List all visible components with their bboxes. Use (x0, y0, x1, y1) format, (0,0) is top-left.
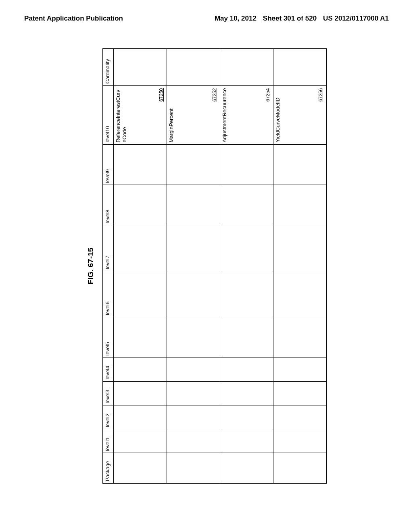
cell-level8 (220, 185, 273, 225)
cell-level3 (113, 381, 167, 405)
cell-package (167, 453, 220, 483)
cell-cardinality (220, 49, 273, 85)
table-row: AdjustmentRecuurence 67254 (220, 49, 273, 483)
cell-level7 (113, 225, 167, 271)
table-row: ReferenceInterestCurveCode 67250 (113, 49, 167, 483)
cell-package (220, 453, 273, 483)
cell-level3 (220, 381, 273, 405)
figure-label: FIG. 67-15 (86, 48, 95, 484)
cell-level6 (273, 271, 326, 317)
cell-level2 (167, 405, 220, 429)
data-table: Package level1 level2 level3 level4 leve… (102, 48, 327, 484)
reference-number: 67256 (318, 88, 324, 102)
cell-level3 (273, 381, 326, 405)
cell-cardinality (167, 49, 220, 85)
cell-level9 (273, 144, 326, 185)
cell-cardinality (113, 49, 167, 85)
cell-level10: MarginPercent 67252 (167, 85, 220, 144)
cell-level3 (167, 381, 220, 405)
cell-level5 (113, 317, 167, 357)
col-header: level9 (103, 144, 113, 185)
cell-level1 (113, 429, 167, 453)
col-header: level6 (103, 271, 113, 317)
cell-level8 (113, 185, 167, 225)
cell-level6 (220, 271, 273, 317)
reference-number: 67250 (159, 88, 165, 102)
cell-level4 (220, 357, 273, 381)
level10-text: MarginPercent (168, 108, 174, 143)
cell-level1 (167, 429, 220, 453)
cell-level9 (167, 144, 220, 185)
cell-level5 (220, 317, 273, 357)
col-header: level2 (103, 405, 113, 429)
cell-package (113, 453, 167, 483)
table-row: YieldCurveModelID 67256 (273, 49, 326, 483)
col-header: Package (103, 453, 113, 483)
col-header: level7 (103, 225, 113, 271)
cell-level5 (167, 317, 220, 357)
col-header: Cardinality (103, 49, 113, 85)
col-header: level1 (103, 429, 113, 453)
cell-level6 (167, 271, 220, 317)
header-sheet: Sheet 301 of 520 (263, 15, 317, 23)
cell-level2 (113, 405, 167, 429)
reference-number: 67254 (265, 88, 271, 102)
cell-level2 (273, 405, 326, 429)
page-header: Patent Application Publication May 10, 2… (0, 15, 413, 23)
cell-level8 (167, 185, 220, 225)
figure-content: FIG. 67-15 Package level1 level2 level3 … (86, 48, 327, 484)
cell-level10: YieldCurveModelID 67256 (273, 85, 326, 144)
col-header: level5 (103, 317, 113, 357)
cell-level5 (273, 317, 326, 357)
header-pubnum: US 2012/0117000 A1 (323, 15, 389, 23)
cell-level1 (273, 429, 326, 453)
cell-level6 (113, 271, 167, 317)
cell-level4 (167, 357, 220, 381)
cell-cardinality (273, 49, 326, 85)
col-header: level8 (103, 185, 113, 225)
table-row: MarginPercent 67252 (167, 49, 220, 483)
level10-text: YieldCurveModelID (275, 98, 281, 143)
cell-level9 (113, 144, 167, 185)
col-header: level10 (103, 85, 113, 144)
cell-level9 (220, 144, 273, 185)
cell-level1 (220, 429, 273, 453)
cell-level7 (273, 225, 326, 271)
cell-level7 (167, 225, 220, 271)
cell-level2 (220, 405, 273, 429)
header-left: Patent Application Publication (24, 15, 123, 23)
col-header: level3 (103, 381, 113, 405)
cell-level10: ReferenceInterestCurveCode 67250 (113, 85, 167, 144)
col-header: level4 (103, 357, 113, 381)
cell-package (273, 453, 326, 483)
cell-level7 (220, 225, 273, 271)
cell-level4 (113, 357, 167, 381)
reference-number: 67252 (212, 88, 218, 102)
cell-level8 (273, 185, 326, 225)
level10-text: AdjustmentRecuurence (221, 88, 227, 142)
cell-level4 (273, 357, 326, 381)
cell-level10: AdjustmentRecuurence 67254 (220, 85, 273, 144)
header-date: May 10, 2012 (215, 15, 257, 23)
level10-text: ReferenceInterestCurveCode (115, 90, 127, 143)
table-header-row: Package level1 level2 level3 level4 leve… (103, 49, 113, 483)
